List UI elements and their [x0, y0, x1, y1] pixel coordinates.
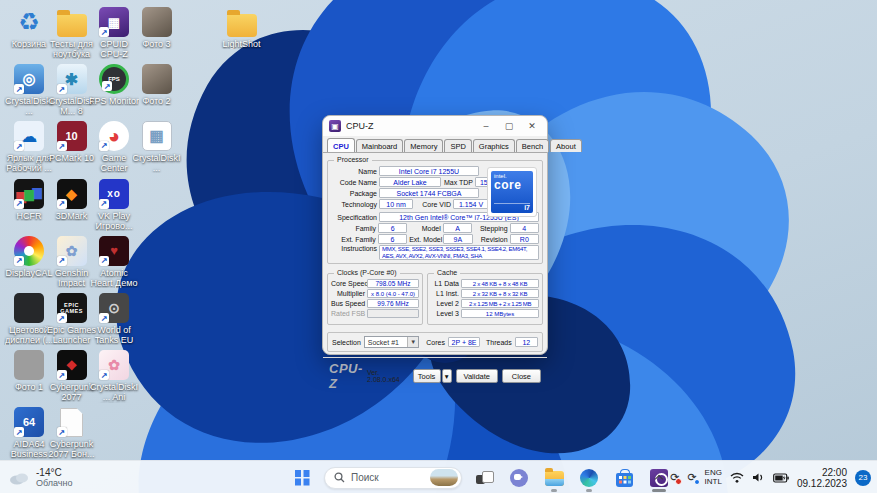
- pcmark-icon: 10↗: [57, 121, 87, 151]
- cpuz-tabbar: CPUMainboardMemorySPDGraphicsBenchAbout: [323, 136, 547, 153]
- desktop-icon-label: World of Tanks EU: [89, 325, 139, 345]
- multiplier-label: Multiplier: [331, 290, 365, 297]
- level3-field: 12 MBytes: [461, 309, 539, 318]
- tray-overflow-chevron-icon[interactable]: [655, 475, 663, 483]
- desktop-icon[interactable]: LightShot: [219, 7, 265, 49]
- multiplier-field: x 8.0 (4.0 - 47.0): [367, 289, 419, 298]
- desktop-icon[interactable]: ⊙↗World of Tanks EU: [91, 293, 137, 345]
- specification-label: Specification: [331, 214, 377, 221]
- desktop-icon[interactable]: Тесты для ноутбука: [49, 7, 95, 59]
- desktop-icon-label: LightShot: [217, 39, 267, 49]
- desktop-icon[interactable]: ◆↗3DMark: [49, 179, 95, 221]
- weather-widget[interactable]: -14°C Облачно: [8, 461, 72, 493]
- maximize-button[interactable]: ▢: [500, 121, 518, 131]
- start-taskbar-button[interactable]: [289, 463, 315, 493]
- update-sync-icon[interactable]: ⟳: [687, 472, 696, 483]
- code-name-label: Code Name: [331, 179, 377, 186]
- stepping-label: Stepping: [474, 225, 507, 232]
- battery-charging-icon[interactable]: [773, 473, 789, 483]
- tab-memory[interactable]: Memory: [404, 139, 443, 152]
- search-daily-image[interactable]: [430, 469, 458, 486]
- selection-dropdown[interactable]: Socket #1 ▼: [364, 336, 419, 348]
- edge-taskbar-button[interactable]: [576, 463, 602, 493]
- desktop-icon[interactable]: ▦↗CPUID CPU-Z: [91, 7, 137, 59]
- clock[interactable]: 22:00 09.12.2023: [797, 467, 847, 489]
- chat-taskbar-button[interactable]: [506, 463, 532, 493]
- tools-button[interactable]: Tools: [413, 369, 441, 383]
- search-placeholder: Поиск: [351, 472, 424, 483]
- doc-icon: ↗: [57, 407, 87, 437]
- threads-label: Threads: [486, 339, 512, 346]
- shortcut-arrow-icon: ↗: [57, 313, 67, 323]
- cpuz-logo: CPU-Z: [329, 361, 363, 391]
- validate-button[interactable]: Validate: [456, 369, 498, 383]
- chevron-down-icon[interactable]: ▼: [407, 337, 418, 347]
- chat-icon: [510, 469, 528, 487]
- desktop-icon[interactable]: ✿↗Genshin Impact: [49, 236, 95, 288]
- desktop-icon[interactable]: FPS↗FPS Monitor: [91, 64, 137, 106]
- l1-inst-label: L1 Inst.: [431, 290, 459, 297]
- desktop-icon-label: CrystalDiskI...: [132, 153, 182, 173]
- sync-error-icon[interactable]: ⟳: [670, 472, 679, 483]
- onedrive-icon: ☁↗: [14, 121, 44, 151]
- desktop-icon[interactable]: Цветовой дисплеи (...: [6, 293, 52, 345]
- edge-icon: [580, 469, 598, 487]
- desktop-icon[interactable]: ◎↗CrystalDiskI...: [6, 64, 52, 116]
- gamecenter-icon: ◕↗: [99, 121, 129, 151]
- wifi-icon[interactable]: [730, 472, 744, 483]
- intel-model: i7: [494, 203, 530, 211]
- desktop-icon[interactable]: 10↗PCMark 10: [49, 121, 95, 163]
- tab-mainboard[interactable]: Mainboard: [356, 139, 403, 152]
- tools-dropdown-arrow[interactable]: ▾: [442, 369, 452, 383]
- darkphoto-icon: [14, 293, 44, 323]
- tab-graphics[interactable]: Graphics: [473, 139, 515, 152]
- desktop-icon[interactable]: xo↗VK Play Игрово...: [91, 179, 137, 231]
- shortcut-arrow-icon: ↗: [102, 81, 112, 91]
- package-label: Package: [331, 190, 377, 197]
- notification-badge[interactable]: 23: [855, 470, 871, 486]
- l1-inst-field: 2 x 32 KB + 8 x 32 KB: [461, 289, 539, 298]
- explorer-taskbar-button[interactable]: [541, 463, 567, 493]
- shortcut-arrow-icon: ↗: [99, 199, 109, 209]
- tab-about[interactable]: About: [550, 139, 582, 152]
- desktop-icon[interactable]: Фото 2: [134, 64, 180, 106]
- photo-icon: [142, 64, 172, 94]
- desktop-icon[interactable]: ☁↗Ярлык для Рабочий ...: [6, 121, 52, 173]
- desktop-icon[interactable]: ✿↗CrystalDiskI... Ani Edition: [91, 350, 137, 403]
- bus-speed-label: Bus Speed: [331, 300, 365, 307]
- desktop-icon[interactable]: ▆↗HCFR: [6, 179, 52, 221]
- desktop-icon[interactable]: ↗Cyberpunk 2077 Бон...: [49, 407, 95, 459]
- close-dialog-button[interactable]: Close: [502, 369, 541, 383]
- desktop-icon[interactable]: ♥↗Atomic Heart Демо: [91, 236, 137, 288]
- running-indicator: [551, 489, 557, 492]
- minimize-button[interactable]: –: [477, 121, 495, 131]
- desktop-icon[interactable]: ◕↗Game Center: [91, 121, 137, 173]
- desktop-icon[interactable]: 64↗AIDA64 Business: [6, 407, 52, 459]
- tab-bench[interactable]: Bench: [516, 139, 549, 152]
- desktop-icon[interactable]: ↗DisplayCAL: [6, 236, 52, 278]
- selection-group: Selection Socket #1 ▼ Cores 2P + 8E Thre…: [327, 332, 543, 352]
- tab-cpu[interactable]: CPU: [327, 138, 355, 152]
- tab-spd[interactable]: SPD: [444, 139, 471, 152]
- store-taskbar-button[interactable]: [611, 463, 637, 493]
- genshin-icon: ✿↗: [57, 236, 87, 266]
- desktop-icon[interactable]: Фото 1: [6, 350, 52, 392]
- close-button[interactable]: ✕: [523, 121, 541, 131]
- rated-fsb-field: [367, 309, 419, 318]
- language-indicator[interactable]: ENGINTL: [705, 469, 722, 486]
- core-speed-field: 798.05 MHz: [367, 279, 419, 288]
- desktop-icon[interactable]: ❖↗Cyberpunk 2077: [49, 350, 95, 402]
- desktop-icon[interactable]: ✱↗CrystalDiskM... 8: [49, 64, 95, 116]
- volume-icon[interactable]: [752, 472, 765, 483]
- desktop: ♻КорзинаТесты для ноутбука▦↗CPUID CPU-ZФ…: [0, 0, 877, 493]
- atomic-icon: ♥↗: [99, 236, 129, 266]
- desktop-icon[interactable]: ♻Корзина: [6, 7, 52, 49]
- anime-icon: ✿↗: [99, 350, 129, 380]
- desktop-icon[interactable]: ▦CrystalDiskI...: [134, 121, 180, 173]
- search-input[interactable]: Поиск: [324, 467, 462, 489]
- cpuz-titlebar[interactable]: ▣ CPU-Z – ▢ ✕: [323, 116, 547, 136]
- taskview-taskbar-button[interactable]: [471, 463, 497, 493]
- desktop-icon[interactable]: Фото 3: [134, 7, 180, 49]
- shortcut-arrow-icon: ↗: [57, 199, 67, 209]
- desktop-icon[interactable]: EPIC GAMES↗Epic Games Launcher: [49, 293, 95, 345]
